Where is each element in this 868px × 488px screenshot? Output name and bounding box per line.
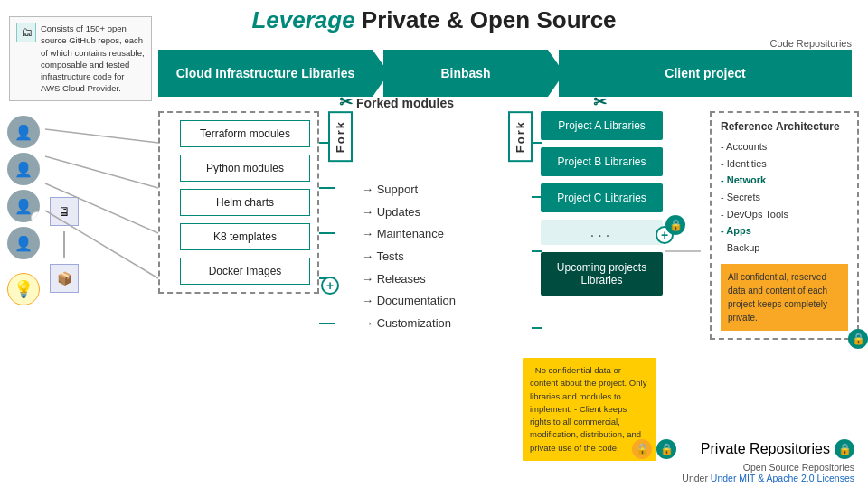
server-area: 🖥 📦 <box>50 197 79 293</box>
confidential-box: All confidential, reserved data and cont… <box>721 264 848 331</box>
ref-arch-identities: - Identities <box>721 155 848 173</box>
module-terraform: Terraform modules <box>180 120 310 147</box>
left-icons: 👤 👤 👤 A 👤 💡 <box>7 116 40 305</box>
lock-upcoming-teal: 🔒 <box>656 439 676 459</box>
module-docker: Docker Images <box>180 258 310 285</box>
modules-box: Terraform modules Python modules Helm ch… <box>158 111 319 294</box>
lock-upcoming-gold: 🔒 <box>632 439 652 459</box>
action-support: Support <box>362 179 456 202</box>
ref-arch-backup: - Backup <box>721 239 848 257</box>
actions-list: Support Updates Maintenance Tests Releas… <box>362 179 456 335</box>
bottom-area: Private Repositories 🔒 Open Source Repos… <box>682 439 854 483</box>
fork-text-right: Fork <box>508 111 533 162</box>
project-b: Project B Libraries <box>541 147 663 176</box>
action-customization: Customization <box>362 313 456 335</box>
lock-project-c: 🔒 <box>665 215 685 235</box>
license-text: Under Under MIT & Apache 2.0 Licenses <box>682 473 854 483</box>
ref-arch-network: - Network <box>721 172 848 189</box>
module-helm: Helm charts <box>180 189 310 216</box>
banner-segment-1: Cloud Infrastructure Libraries <box>158 50 389 97</box>
module-python: Python modules <box>180 155 310 182</box>
svg-line-1 <box>45 156 158 188</box>
lock-ref-arch: 🔒 <box>848 329 868 349</box>
lock-private-repos: 🔒 <box>835 439 854 459</box>
svg-line-0 <box>45 129 158 143</box>
module-k8: K8 templates <box>180 223 310 250</box>
avatar-1: 👤 <box>7 116 40 148</box>
ref-arch-accounts: - Accounts <box>721 138 848 155</box>
open-source-text: Open Source Repositories Under Under MIT… <box>682 462 854 483</box>
ref-arch-apps: - Apps <box>721 222 848 239</box>
fork-scissors-left: ✂ <box>339 93 353 111</box>
fork-scissors-right: ✂ <box>593 93 607 111</box>
ref-arch-box: Reference Architecture - Accounts - Iden… <box>710 111 859 340</box>
action-maintenance: Maintenance <box>362 223 456 246</box>
private-repos-label: Private Repositories <box>701 441 830 457</box>
project-a: Project A Libraries <box>541 111 663 140</box>
banner-segment-2: Binbash <box>383 50 564 97</box>
avatar-3: 👤 A <box>7 190 40 222</box>
action-updates: Updates <box>362 202 456 224</box>
bulb-icon: 💡 <box>7 273 40 305</box>
fork-text-left: Fork <box>328 111 353 162</box>
server-icon-2: 📦 <box>50 264 79 293</box>
action-releases: Releases <box>362 268 456 291</box>
project-c: Project C Libraries <box>541 183 663 212</box>
server-icon-1: 🖥 <box>50 197 79 226</box>
project-dots: ... <box>541 220 663 245</box>
page-title: Leverage Private & Open Source <box>251 0 616 37</box>
projects-col: Project A Libraries Project B Libraries … <box>541 111 663 303</box>
avatar-2: 👤 <box>7 153 40 185</box>
main-content: 👤 👤 👤 A 👤 💡 🖥 📦 ✂ <box>0 107 868 488</box>
ref-arch-title: Reference Architecture <box>721 120 848 133</box>
ref-arch-devops: - DevOps Tools <box>721 206 848 223</box>
project-upcoming: Upcoming projects Libraries <box>541 252 663 296</box>
plus-circle-left: + <box>321 277 339 295</box>
action-tests: Tests <box>362 246 456 268</box>
arrow-banner: Cloud Infrastructure Libraries Binbash C… <box>158 50 852 97</box>
forked-modules-label: ✂ Forked modules ✂ <box>339 92 607 112</box>
avatar-4: 👤 <box>7 227 40 259</box>
code-repos-label: Code Repositories <box>770 38 853 49</box>
ref-arch-secrets: - Secrets <box>721 189 848 206</box>
action-documentation: Documentation <box>362 290 456 313</box>
banner-segment-3: Client project <box>559 50 852 97</box>
